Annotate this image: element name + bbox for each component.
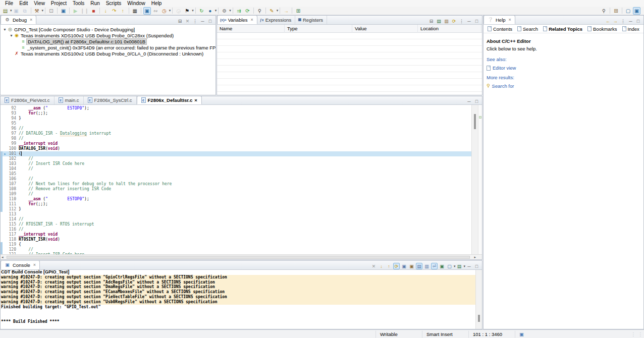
table-row[interactable]: [217, 85, 482, 92]
scroll-left-icon[interactable]: ◂: [2, 255, 4, 260]
collapse-all-icon[interactable]: ⊟: [177, 18, 183, 24]
code-line[interactable]: 109 //: [1, 192, 471, 197]
tab-console[interactable]: ▣ Console ×: [1, 260, 40, 269]
menu-project[interactable]: Project: [48, 1, 70, 6]
clear-console-icon[interactable]: ▥: [423, 263, 430, 269]
chevron-icon[interactable]: ▼: [9, 34, 14, 37]
forward-icon[interactable]: →: [612, 18, 619, 24]
zoom-button[interactable]: ⚲: [256, 7, 263, 15]
code-line[interactable]: 106 //: [1, 177, 471, 182]
open-console-icon[interactable]: ▤: [456, 263, 462, 269]
forward-button[interactable]: →: [282, 7, 290, 15]
open-new-view-button[interactable]: ⊞: [294, 7, 302, 15]
scrollbar-thumb[interactable]: [474, 114, 476, 129]
code-line[interactable]: ▶101{: [1, 151, 471, 156]
menu-window[interactable]: Window: [124, 1, 148, 6]
clock-setup-button[interactable]: ◶: [175, 7, 182, 15]
build-button[interactable]: ⚒: [33, 7, 41, 15]
table-row[interactable]: [217, 33, 482, 39]
follow-output-icon[interactable]: ⟳: [393, 263, 400, 269]
editor-body[interactable]: 92 __asm (" ESTOP0");93 for(;;);94}9596/…: [1, 105, 482, 254]
menu-file[interactable]: File: [2, 1, 16, 6]
tree-row-selected[interactable]: ≡DATALOG_ISR() at F2806x_DefaultIsr.c:10…: [1, 38, 216, 44]
maximize-icon[interactable]: □: [207, 18, 213, 24]
console-output[interactable]: CDT Build Console [GPIO_Test]warning #10…: [1, 270, 475, 329]
tab-expressions[interactable]: ƒxExpressions: [257, 15, 296, 24]
scrollbar-thumb[interactable]: [7, 256, 470, 259]
scroll-right-icon[interactable]: ▸: [474, 255, 476, 260]
display-console-icon-dropdown[interactable]: ▾: [454, 264, 456, 268]
menu-tools[interactable]: Tools: [70, 1, 87, 6]
close-icon[interactable]: ×: [30, 17, 32, 22]
breakpoint-action-button-dropdown[interactable]: ▾: [229, 9, 231, 13]
new-button[interactable]: ▤: [2, 7, 9, 15]
show-console-stdout-icon[interactable]: ▣: [401, 263, 407, 269]
step-return-button[interactable]: ↑: [119, 7, 127, 15]
display-console-icon[interactable]: ▢: [446, 263, 453, 269]
table-row[interactable]: [217, 66, 482, 72]
ccs-debug-perspective-button[interactable]: ▣: [633, 7, 640, 15]
tab-registers[interactable]: ▦Registers: [295, 15, 327, 24]
pin-console-icon[interactable]: ▣: [439, 263, 445, 269]
view-menu-icon[interactable]: ⋮: [192, 18, 198, 24]
new-artifact-icon[interactable]: ▤: [436, 18, 442, 24]
new-target-configuration-button[interactable]: ⊡: [47, 7, 55, 15]
help-nav-index[interactable]: Index: [620, 26, 641, 32]
tree-row[interactable]: ▼◉Texas Instruments XDS100v2 USB Debug P…: [1, 32, 216, 38]
ccs-edit-perspective-button[interactable]: ▢: [624, 7, 632, 15]
menu-scripts[interactable]: Scripts: [103, 1, 125, 6]
trace-button[interactable]: ✎: [268, 7, 276, 15]
close-icon[interactable]: ×: [251, 17, 253, 22]
profile-clock-button-dropdown[interactable]: ▾: [169, 9, 171, 13]
help-nav-contents[interactable]: Contents: [486, 26, 514, 32]
debug-button[interactable]: ▣: [60, 7, 67, 15]
prev-annotation-icon[interactable]: ↑: [386, 263, 392, 269]
editor-tab-main.c[interactable]: cmain.c: [55, 96, 84, 104]
maximize-icon[interactable]: □: [473, 98, 480, 104]
new-button-dropdown[interactable]: ▾: [10, 9, 12, 13]
next-annotation-icon[interactable]: ↓: [378, 263, 385, 269]
help-nav-bookmarks[interactable]: Bookmarks: [585, 26, 619, 32]
console-indicator[interactable]: ▣: [515, 331, 534, 337]
code-line[interactable]: 103 // Insert ISR Code here: [1, 161, 471, 166]
table-row[interactable]: [217, 79, 482, 85]
show-console-stderr-icon[interactable]: ▣: [408, 263, 415, 269]
code-line[interactable]: 116//: [1, 227, 471, 232]
code-line[interactable]: 104 //: [1, 166, 471, 172]
search-icon[interactable]: ⚲: [600, 7, 608, 15]
minimize-icon[interactable]: ─: [466, 18, 472, 24]
menu-run[interactable]: Run: [87, 1, 102, 6]
close-icon[interactable]: ×: [194, 97, 197, 103]
editor-horizontal-scrollbar[interactable]: ◂ ▸: [1, 254, 482, 259]
table-row[interactable]: [217, 46, 482, 52]
maximize-icon[interactable]: □: [473, 263, 480, 269]
collapse-all-icon[interactable]: ⊟: [428, 18, 435, 24]
scrollbar-thumb[interactable]: [478, 315, 480, 322]
connect-target-button[interactable]: ▣: [143, 7, 151, 15]
step-over-button[interactable]: ↷: [111, 7, 118, 15]
editor-vertical-scrollbar[interactable]: [471, 105, 478, 254]
table-row[interactable]: [217, 72, 482, 79]
code-line[interactable]: 94}: [1, 116, 471, 121]
export-icon[interactable]: ▥: [443, 18, 450, 24]
link-with-debug-button[interactable]: ∾: [152, 7, 159, 15]
chevron-icon[interactable]: ▼: [3, 28, 7, 31]
code-line[interactable]: 113: [1, 212, 471, 217]
word-wrap-icon[interactable]: ⏎: [431, 263, 438, 269]
table-row[interactable]: [217, 52, 482, 59]
tree-row[interactable]: ✗Texas Instruments XDS100v2 USB Debug Pr…: [1, 50, 216, 57]
code-area[interactable]: 92 __asm (" ESTOP0");93 for(;;);94}9596/…: [1, 105, 471, 254]
tree-row[interactable]: ≡_system_post_cinit() 0x3F54D9 (an error…: [1, 44, 216, 50]
code-line[interactable]: 96//: [1, 126, 471, 131]
build-button-dropdown[interactable]: ▾: [42, 9, 44, 13]
maximize-icon[interactable]: □: [473, 18, 480, 24]
flag-button-dropdown[interactable]: ▾: [192, 9, 194, 13]
code-line[interactable]: 98//: [1, 136, 471, 141]
tab-variables[interactable]: (x)=Variables×: [217, 15, 257, 24]
code-line[interactable]: 112}: [1, 207, 471, 212]
menu-edit[interactable]: Edit: [16, 1, 31, 6]
table-row[interactable]: [217, 39, 482, 46]
reset-button-dropdown[interactable]: ▾: [215, 9, 217, 13]
code-line[interactable]: 99__interrupt void: [1, 141, 471, 146]
code-line[interactable]: 119{: [1, 242, 471, 247]
